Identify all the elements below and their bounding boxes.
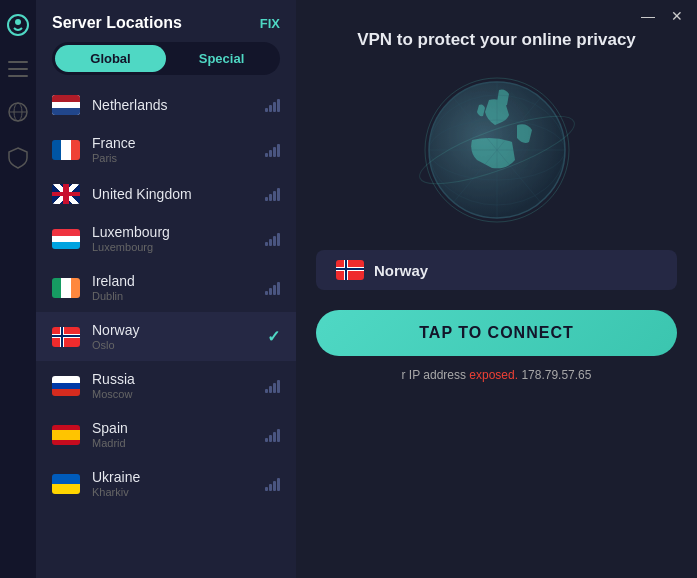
server-header: Server Locations FIX [36,0,296,42]
tab-special[interactable]: Special [166,45,277,72]
signal-ukraine [265,477,280,491]
headline: VPN to protect your online privacy [337,30,656,50]
server-name-spain: Spain [92,420,265,436]
server-name-ireland: Ireland [92,273,265,289]
flag-netherlands [52,95,80,115]
server-item-netherlands[interactable]: Netherlands [36,85,296,125]
signal-russia [265,379,280,393]
server-item-norway[interactable]: Norway Oslo ✓ [36,312,296,361]
globe-svg [417,70,577,230]
signal-france [265,143,280,157]
server-city-ukraine: Kharkiv [92,486,265,498]
server-info-ukraine: Ukraine Kharkiv [92,469,265,498]
sidebar [0,0,36,578]
menu-icon[interactable] [8,61,28,82]
logo-icon[interactable] [7,14,29,41]
server-info-luxembourg: Luxembourg Luxembourg [92,224,265,253]
selected-location-bar: Norway [316,250,677,290]
tab-global[interactable]: Global [55,45,166,72]
flag-ukraine [52,474,80,494]
signal-spain [265,428,280,442]
server-city-norway: Oslo [92,339,267,351]
headline-text: VPN to protect your online privacy [357,30,636,49]
server-name-netherlands: Netherlands [92,97,265,113]
flag-france [52,140,80,160]
server-panel-title: Server Locations [52,14,182,32]
server-city-france: Paris [92,152,265,164]
globe-visual [417,70,577,230]
ip-status-exposed: exposed. [469,368,518,382]
server-name-norway: Norway [92,322,267,338]
ip-address: 178.79.57.65 [521,368,591,382]
flag-luxembourg [52,229,80,249]
server-name-france: France [92,135,265,151]
svg-rect-3 [8,68,28,70]
tab-bar: Global Special [52,42,280,75]
flag-ireland [52,278,80,298]
close-button[interactable]: ✕ [671,8,683,24]
server-item-france[interactable]: France Paris [36,125,296,174]
server-info-netherlands: Netherlands [92,97,265,113]
flag-uk [52,184,80,204]
minimize-button[interactable]: — [641,8,655,24]
signal-ireland [265,281,280,295]
signal-uk [265,187,280,201]
server-item-ukraine[interactable]: Ukraine Kharkiv [36,459,296,508]
shield-icon[interactable] [8,147,28,174]
signal-netherlands [265,98,280,112]
server-info-uk: United Kingdom [92,186,265,202]
server-item-ireland[interactable]: Ireland Dublin [36,263,296,312]
flag-spain [52,425,80,445]
connect-button[interactable]: TAP TO CONNECT [316,310,677,356]
server-list: Netherlands France Paris United Kingdom [36,85,296,578]
server-item-luxembourg[interactable]: Luxembourg Luxembourg [36,214,296,263]
globe-icon[interactable] [8,102,28,127]
server-city-ireland: Dublin [92,290,265,302]
server-item-uk[interactable]: United Kingdom [36,174,296,214]
svg-point-1 [15,19,21,25]
server-item-spain[interactable]: Spain Madrid [36,410,296,459]
server-info-ireland: Ireland Dublin [92,273,265,302]
flag-norway [52,327,80,347]
server-name-ukraine: Ukraine [92,469,265,485]
server-panel: Server Locations FIX Global Special Neth… [36,0,296,578]
server-city-luxembourg: Luxembourg [92,241,265,253]
svg-rect-2 [8,61,28,63]
selected-flag-norway [336,260,364,280]
server-info-russia: Russia Moscow [92,371,265,400]
server-info-france: France Paris [92,135,265,164]
signal-luxembourg [265,232,280,246]
flag-russia [52,376,80,396]
selected-country-name: Norway [374,262,428,279]
title-bar: — ✕ [627,0,697,32]
selected-checkmark: ✓ [267,327,280,346]
ip-status: r IP address exposed. 178.79.57.65 [402,368,592,382]
server-city-spain: Madrid [92,437,265,449]
ip-status-prefix: r IP address [402,368,466,382]
server-name-luxembourg: Luxembourg [92,224,265,240]
fix-button[interactable]: FIX [260,16,280,31]
server-name-uk: United Kingdom [92,186,265,202]
server-city-russia: Moscow [92,388,265,400]
server-info-norway: Norway Oslo [92,322,267,351]
svg-rect-4 [8,75,28,77]
main-content: VPN to protect your online privacy [296,0,697,578]
server-info-spain: Spain Madrid [92,420,265,449]
server-name-russia: Russia [92,371,265,387]
server-item-russia[interactable]: Russia Moscow [36,361,296,410]
